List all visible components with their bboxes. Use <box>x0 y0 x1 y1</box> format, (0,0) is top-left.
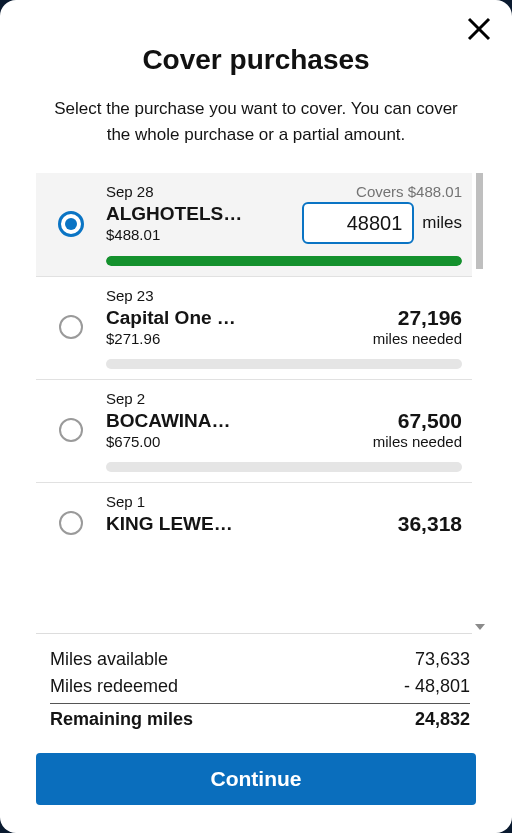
radio-dot-icon <box>65 218 77 230</box>
merchant-name: Capital One … <box>106 307 236 329</box>
radio-unselected[interactable] <box>59 418 83 442</box>
purchase-date: Sep 2 <box>106 390 462 407</box>
continue-button[interactable]: Continue <box>36 753 476 805</box>
modal-subtitle: Select the purchase you want to cover. Y… <box>44 96 468 147</box>
modal-title: Cover purchases <box>0 44 512 76</box>
purchase-date: Sep 23 <box>106 287 462 304</box>
summary-redeemed-label: Miles redeemed <box>50 676 178 697</box>
purchase-date: Sep 28 <box>106 183 154 200</box>
summary-redeemed-value: - 48,801 <box>404 676 470 697</box>
merchant-name: BOCAWINA… <box>106 410 231 432</box>
chevron-down-icon[interactable] <box>475 624 485 630</box>
purchase-amount: $271.96 <box>106 330 236 347</box>
progress-bar <box>106 256 462 266</box>
summary-redeemed: Miles redeemed - 48,801 <box>50 673 470 700</box>
purchase-item[interactable]: Sep 2 BOCAWINA… $675.00 67,500 miles nee… <box>36 380 472 483</box>
miles-summary: Miles available 73,633 Miles redeemed - … <box>50 646 470 733</box>
summary-remaining-label: Remaining miles <box>50 709 193 730</box>
close-icon <box>464 14 494 44</box>
radio-col <box>36 390 106 442</box>
covers-label: Covers $488.01 <box>356 183 462 200</box>
cover-purchases-modal: Cover purchases Select the purchase you … <box>0 0 512 833</box>
purchase-date: Sep 1 <box>106 493 462 510</box>
close-button[interactable] <box>464 14 494 44</box>
miles-needed-value: 36,318 <box>398 512 462 536</box>
progress-bar <box>106 462 462 472</box>
purchase-amount: $488.01 <box>106 226 242 243</box>
purchase-list-wrap: Sep 28 Covers $488.01 ALGHOTELS… $488.01… <box>36 173 486 634</box>
scrollbar-thumb[interactable] <box>476 173 483 269</box>
summary-available-label: Miles available <box>50 649 168 670</box>
summary-available: Miles available 73,633 <box>50 646 470 673</box>
radio-col <box>36 287 106 339</box>
miles-unit-label: miles <box>422 213 462 233</box>
radio-unselected[interactable] <box>59 511 83 535</box>
miles-needed-value: 67,500 <box>373 409 462 433</box>
radio-unselected[interactable] <box>59 315 83 339</box>
progress-bar <box>106 359 462 369</box>
purchase-amount: $675.00 <box>106 433 231 450</box>
summary-divider <box>50 703 470 704</box>
scrollbar[interactable] <box>472 173 486 634</box>
miles-needed-value: 27,196 <box>373 306 462 330</box>
radio-col <box>36 183 106 237</box>
progress-bar-fill <box>106 256 462 266</box>
purchase-item-partial[interactable]: Sep 1 KING LEWE… 36,318 <box>36 483 472 536</box>
radio-col <box>36 493 106 535</box>
miles-needed-label: miles needed <box>373 433 462 450</box>
purchase-item[interactable]: Sep 23 Capital One … $271.96 27,196 mile… <box>36 277 472 380</box>
miles-needed-label: miles needed <box>373 330 462 347</box>
summary-available-value: 73,633 <box>415 649 470 670</box>
summary-remaining-value: 24,832 <box>415 709 470 730</box>
purchase-item-selected[interactable]: Sep 28 Covers $488.01 ALGHOTELS… $488.01… <box>36 173 472 277</box>
purchase-list[interactable]: Sep 28 Covers $488.01 ALGHOTELS… $488.01… <box>36 173 472 634</box>
summary-remaining: Remaining miles 24,832 <box>50 706 470 733</box>
miles-input[interactable] <box>302 202 414 244</box>
merchant-name: KING LEWE… <box>106 513 233 535</box>
radio-selected[interactable] <box>58 211 84 237</box>
merchant-name: ALGHOTELS… <box>106 203 242 225</box>
